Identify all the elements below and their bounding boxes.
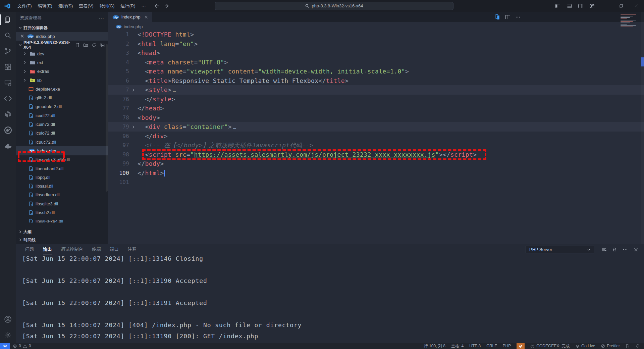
tree-item-libpq.dll[interactable]: libpq.dll (16, 173, 108, 182)
panel-tab-端口[interactable]: 端口 (110, 244, 119, 254)
status-item-codegeex[interactable]: CODEGEEX: 完成 (530, 343, 570, 349)
panel-tab-终端[interactable]: 终端 (92, 244, 101, 254)
settings-gear-icon[interactable] (0, 327, 16, 343)
status-item-1008[interactable]: 行 100, 列 8 (424, 343, 445, 349)
close-tab-icon[interactable] (144, 15, 149, 19)
tree-item-deplister.exe[interactable]: deplister.exe (16, 85, 108, 93)
live-share-icon[interactable] (0, 91, 16, 106)
toggle-primary-sidebar-icon[interactable] (552, 0, 564, 12)
problems-status[interactable]: 0 0 (10, 344, 31, 348)
tree-item-libsqlite3.dll[interactable]: libsqlite3.dll (16, 199, 108, 208)
panel-tab-注释[interactable]: 注释 (128, 244, 137, 254)
tree-item-icudt72.dll[interactable]: icudt72.dll (16, 111, 108, 120)
output-channel-select[interactable]: PHP Server (526, 246, 594, 253)
toggle-panel-icon[interactable] (564, 0, 575, 12)
code-line-77[interactable]: 77</head> (108, 104, 644, 113)
refresh-icon[interactable] (92, 43, 97, 48)
code-line-2[interactable]: 2<html lang="en"> (108, 39, 644, 49)
panel-tab-输出[interactable]: 输出 (43, 244, 52, 254)
sidebar-more-icon[interactable]: ··· (99, 15, 104, 20)
status-item-php[interactable]: PHP (503, 344, 511, 348)
code-line-100[interactable]: 100</html> (108, 168, 644, 178)
status-item-prettier[interactable]: Prettier (601, 344, 620, 348)
tree-item-icuuc72.dll[interactable]: icuuc72.dll (16, 138, 108, 146)
explorer-icon[interactable] (0, 12, 16, 28)
customize-layout-icon[interactable] (586, 0, 598, 12)
remote-indicator[interactable]: >< (0, 343, 10, 349)
status-item-crlf[interactable]: CRLF (486, 344, 497, 348)
panel-more-icon[interactable] (623, 247, 628, 252)
clear-output-icon[interactable] (601, 247, 607, 252)
lock-scroll-icon[interactable] (612, 247, 617, 252)
tree-item-libenchant2.dll[interactable]: libenchant2.dll (16, 164, 108, 173)
tree-item-lib[interactable]: lib (16, 76, 108, 85)
source-control-icon[interactable] (0, 43, 16, 59)
tab-indexphp[interactable]: php index.php (108, 12, 152, 22)
tree-item-glib-2.dll[interactable]: glib-2.dll (16, 93, 108, 102)
tree-item-ext[interactable]: ext (16, 58, 108, 67)
php-tools-icon[interactable] (0, 122, 16, 138)
tree-item-libssl-3-x64.dll[interactable]: libssl-3-x64.dll (16, 217, 108, 222)
status-item-file-check[interactable] (626, 344, 630, 348)
tree-item-gmodule-2.dll[interactable]: gmodule-2.dll (16, 102, 108, 111)
minimap[interactable] (621, 14, 641, 27)
project-folder-header[interactable]: PHP-8.3.8-WIN32-VS16-X64 (16, 41, 108, 49)
fold-chevron-icon[interactable] (131, 122, 136, 130)
code-line-1[interactable]: 1<!DOCTYPE html> (108, 30, 644, 39)
code-line-76[interactable]: 76 </style> (108, 95, 644, 104)
close-window-button[interactable] (629, 0, 644, 12)
toggle-secondary-sidebar-icon[interactable] (575, 0, 586, 12)
tree-item-dev[interactable]: dev (16, 49, 108, 58)
menu-item-v[interactable]: 查看(V) (76, 0, 96, 12)
tree-item-icuin72.dll[interactable]: icuin72.dll (16, 120, 108, 129)
code-line-79[interactable]: 79 <div class="container">… (108, 122, 644, 132)
open-editors-section[interactable]: 打开的编辑器 (16, 24, 108, 32)
collapse-all-icon[interactable] (100, 43, 105, 48)
output-console[interactable]: [Sat Jun 15 22:00:07 2024] [::1]:13146 C… (16, 254, 644, 342)
code-line-6[interactable]: 6 <title>Responsive Static Template with… (108, 76, 644, 86)
tree-item-libsasl.dll[interactable]: libsasl.dll (16, 182, 108, 190)
code-line-101[interactable]: 101 (108, 178, 644, 187)
nav-back-icon[interactable] (154, 3, 159, 9)
tree-item-index.php[interactable]: phpindex.php (16, 146, 108, 155)
tree-item-libcrypto-3-x64.dll[interactable]: libcrypto-3-x64.dll (16, 155, 108, 164)
close-editor-icon[interactable] (20, 34, 25, 39)
code-line-7[interactable]: 7 <style>… (108, 85, 644, 95)
code-line-4[interactable]: 4 <meta charset="UTF-8"> (108, 58, 644, 67)
code-line-5[interactable]: 5 <meta name="viewport" content="width=d… (108, 67, 644, 76)
codegeex-badge-icon[interactable] (517, 343, 525, 349)
new-folder-icon[interactable] (83, 43, 88, 48)
menu-item-f[interactable]: 文件(F) (14, 0, 35, 12)
timeline-section[interactable]: 时间线 (16, 236, 108, 244)
maximize-button[interactable] (613, 0, 629, 12)
tree-item-icuio72.dll[interactable]: icuio72.dll (16, 129, 108, 138)
tree-item-libssh2.dll[interactable]: libssh2.dll (16, 208, 108, 217)
minimize-button[interactable] (598, 0, 613, 12)
status-item-codegeex-badge[interactable] (517, 343, 525, 349)
remote-explorer-icon[interactable] (0, 75, 16, 91)
panel-tab-问题[interactable]: 问题 (25, 244, 34, 254)
code-area[interactable]: 1<!DOCTYPE html>2<html lang="en">3<head>… (108, 30, 644, 244)
code-line-96[interactable]: 96 </div> (108, 132, 644, 141)
more-actions-icon[interactable] (515, 14, 521, 20)
status-item-golive[interactable]: Go Live (575, 344, 595, 348)
search-icon[interactable] (0, 28, 16, 43)
open-preview-icon[interactable] (495, 14, 500, 20)
fold-chevron-icon[interactable] (131, 85, 136, 93)
outline-section[interactable]: 大纲 (16, 228, 108, 236)
split-editor-icon[interactable] (505, 14, 511, 20)
sidebar-scrollbar[interactable] (106, 44, 108, 192)
code-line-78[interactable]: 78<body> (108, 113, 644, 122)
open-editor-item-indexphp[interactable]: php index.php (16, 32, 108, 41)
menu-item-s[interactable]: 选择(S) (55, 0, 76, 12)
menu-item-[interactable]: ··· (138, 0, 149, 12)
nav-forward-icon[interactable] (164, 3, 170, 9)
code-line-97[interactable]: 97 <!-- 在【</body>】之前放聊天插件Javascript代码--> (108, 141, 644, 150)
status-item-utf8[interactable]: UTF-8 (469, 344, 481, 348)
new-file-icon[interactable] (75, 43, 80, 48)
status-item-bell[interactable] (636, 344, 640, 348)
menu-item-e[interactable]: 编辑(E) (35, 0, 55, 12)
menu-item-g[interactable]: 转到(G) (97, 0, 118, 12)
tree-item-extras[interactable]: extras (16, 67, 108, 76)
tree-item-libsodium.dll[interactable]: libsodium.dll (16, 191, 108, 199)
